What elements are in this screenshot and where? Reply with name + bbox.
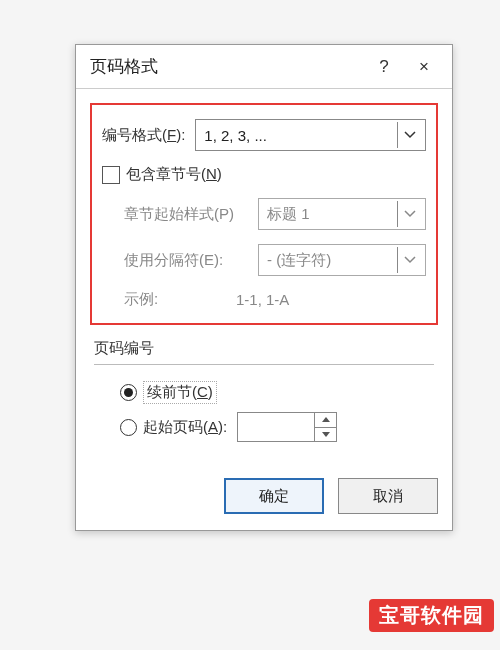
group-divider: [94, 364, 434, 365]
chevron-down-icon: [397, 201, 421, 227]
separator-row: 使用分隔符(E): - (连字符): [102, 244, 426, 276]
spinner-up-button[interactable]: [315, 413, 336, 428]
help-button[interactable]: ?: [364, 57, 404, 77]
continue-previous-row[interactable]: 续前节(C): [90, 377, 438, 408]
page-numbering-group-label: 页码编号: [90, 325, 438, 364]
include-chapter-row: 包含章节号(N): [102, 165, 426, 184]
example-label: 示例:: [124, 290, 214, 309]
include-chapter-label: 包含章节号(N): [126, 165, 222, 184]
ok-button[interactable]: 确定: [224, 478, 324, 514]
chapter-style-combo[interactable]: 标题 1: [258, 198, 426, 230]
chevron-down-icon: [397, 122, 421, 148]
chapter-style-label: 章节起始样式(P): [124, 205, 254, 224]
chapter-style-row: 章节起始样式(P) 标题 1: [102, 198, 426, 230]
titlebar: 页码格式 ? ×: [76, 45, 452, 89]
start-at-spinner[interactable]: [237, 412, 337, 442]
chapter-style-value: 标题 1: [267, 205, 310, 224]
example-value: 1-1, 1-A: [236, 291, 289, 308]
cancel-button[interactable]: 取消: [338, 478, 438, 514]
continue-label: 续前节(C): [143, 381, 217, 404]
continue-radio[interactable]: [120, 384, 137, 401]
page-number-format-dialog: 页码格式 ? × 编号格式(F): 1, 2, 3, ... 包含章节号(: [75, 44, 453, 531]
highlight-box: 编号格式(F): 1, 2, 3, ... 包含章节号(N) 章节起始样式(P): [90, 103, 438, 325]
separator-value: - (连字符): [267, 251, 331, 270]
spinner-buttons: [314, 413, 336, 441]
dialog-title: 页码格式: [90, 55, 364, 78]
separator-label: 使用分隔符(E):: [124, 251, 254, 270]
number-format-combo[interactable]: 1, 2, 3, ...: [195, 119, 426, 151]
start-at-row[interactable]: 起始页码(A):: [90, 408, 438, 446]
chevron-down-icon: [397, 247, 421, 273]
radio-dot-icon: [124, 388, 133, 397]
separator-combo[interactable]: - (连字符): [258, 244, 426, 276]
start-at-value[interactable]: [238, 413, 314, 441]
example-row: 示例: 1-1, 1-A: [102, 290, 426, 309]
spinner-down-button[interactable]: [315, 428, 336, 442]
number-format-value: 1, 2, 3, ...: [204, 127, 267, 144]
number-format-label: 编号格式(F):: [102, 126, 185, 145]
number-format-row: 编号格式(F): 1, 2, 3, ...: [102, 119, 426, 151]
close-button[interactable]: ×: [404, 57, 444, 77]
include-chapter-checkbox[interactable]: [102, 166, 120, 184]
start-at-label: 起始页码(A):: [143, 418, 227, 437]
start-at-radio[interactable]: [120, 419, 137, 436]
watermark-badge: 宝哥软件园: [369, 599, 494, 632]
dialog-buttons: 确定 取消: [76, 460, 452, 530]
dialog-body: 编号格式(F): 1, 2, 3, ... 包含章节号(N) 章节起始样式(P): [76, 89, 452, 460]
